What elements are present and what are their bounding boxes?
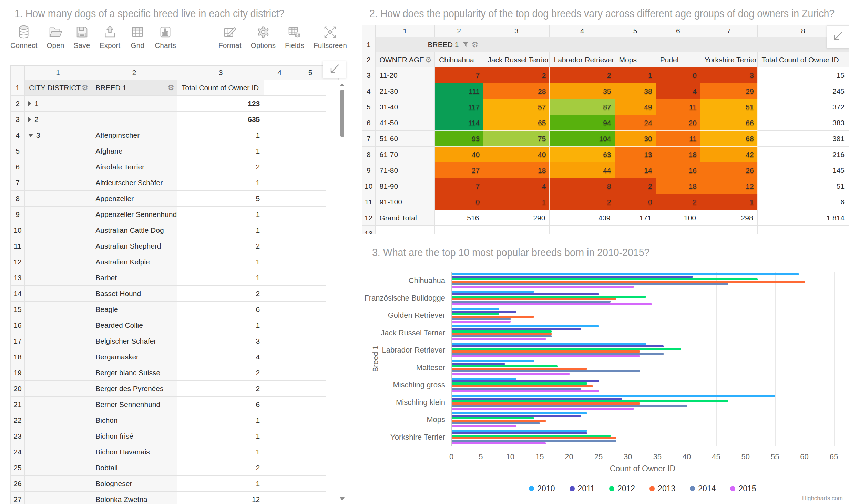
heatmap-cell[interactable]: 94: [550, 115, 615, 131]
breed-cell[interactable]: Bologneser: [91, 476, 177, 492]
bar-2015[interactable]: [452, 390, 599, 392]
breed-cell[interactable]: Bichon: [91, 412, 177, 428]
heatmap-cell[interactable]: 35: [550, 83, 615, 99]
bar-2012[interactable]: [452, 296, 646, 298]
district-cell[interactable]: 1: [25, 96, 91, 112]
district-cell[interactable]: [25, 302, 91, 317]
district-cell[interactable]: [25, 191, 91, 207]
bar-2012[interactable]: [452, 417, 534, 419]
heatmap-cell[interactable]: 20: [656, 115, 700, 131]
value-cell[interactable]: 1: [177, 412, 264, 428]
row-total-cell[interactable]: 51: [758, 178, 849, 194]
breed-cell[interactable]: Airedale Terrier: [91, 159, 177, 175]
age-group-label[interactable]: 31-40: [376, 99, 435, 115]
district-cell[interactable]: [25, 143, 91, 159]
district-cell[interactable]: [25, 286, 91, 302]
bar-2011[interactable]: [452, 415, 581, 417]
bar-2012[interactable]: [452, 400, 728, 402]
district-cell[interactable]: [25, 476, 91, 492]
value-cell[interactable]: 1: [177, 254, 264, 270]
heatmap-cell[interactable]: 26: [700, 162, 758, 178]
breed-cell[interactable]: Altdeutscher Schäfer: [91, 175, 177, 191]
district-cell[interactable]: [25, 175, 91, 191]
bar-2015[interactable]: [452, 425, 516, 427]
bar-2014[interactable]: [452, 301, 611, 303]
empty-cell[interactable]: [264, 143, 295, 159]
empty-cell[interactable]: [295, 112, 326, 127]
bar-2014[interactable]: [452, 335, 552, 337]
heatmap-cell[interactable]: 28: [483, 83, 550, 99]
bar-2012[interactable]: [452, 313, 499, 315]
heatmap-cell[interactable]: 40: [483, 147, 550, 162]
bar-2013[interactable]: [452, 281, 805, 283]
heatmap-cell[interactable]: 104: [550, 131, 615, 147]
breed-cell[interactable]: Bichon frisé: [91, 428, 177, 444]
value-cell[interactable]: 2: [177, 238, 264, 254]
legend-item-2015[interactable]: 2015: [730, 484, 756, 493]
empty-cell[interactable]: [295, 302, 326, 317]
heatmap-cell[interactable]: 66: [700, 115, 758, 131]
empty-cell[interactable]: [295, 381, 326, 397]
expand-row-icon[interactable]: [28, 117, 31, 122]
age-group-label[interactable]: 51-60: [376, 131, 435, 147]
empty-cell[interactable]: [264, 159, 295, 175]
heatmap-cell[interactable]: 290: [483, 210, 550, 226]
breed-cell[interactable]: Afghane: [91, 143, 177, 159]
highcharts-credits[interactable]: Highcharts.com: [802, 495, 843, 502]
empty-cell[interactable]: [264, 191, 295, 207]
breed-column-header[interactable]: Jack Russel Terrier: [483, 52, 550, 67]
breed-cell[interactable]: Appenzeller: [91, 191, 177, 207]
bar-2013[interactable]: [452, 298, 616, 300]
heatmap-cell[interactable]: 0: [435, 194, 483, 210]
toolbar-connect[interactable]: Connect: [10, 24, 37, 50]
bar-2015[interactable]: [452, 303, 652, 305]
row-total-cell[interactable]: 245: [758, 83, 849, 99]
value-cell[interactable]: 5: [177, 191, 264, 207]
value-cell[interactable]: 1: [177, 143, 264, 159]
value-cell[interactable]: 3: [177, 333, 264, 349]
breed-cell[interactable]: Bergamasker: [91, 349, 177, 365]
empty-cell[interactable]: [295, 317, 326, 333]
legend-item-2012[interactable]: 2012: [609, 484, 635, 493]
empty-cell[interactable]: [264, 317, 295, 333]
heatmap-cell[interactable]: 114: [435, 115, 483, 131]
heatmap-cell[interactable]: 13: [615, 147, 656, 162]
bar-2015[interactable]: [452, 338, 546, 340]
breed-cell[interactable]: Affenpinscher: [91, 127, 177, 143]
empty-cell[interactable]: [264, 476, 295, 492]
bar-2013[interactable]: [452, 437, 616, 439]
toolbar-charts[interactable]: Charts: [155, 24, 176, 50]
bar-2015[interactable]: [452, 373, 570, 375]
bar-2010[interactable]: [452, 378, 516, 380]
value-cell[interactable]: 1: [177, 175, 264, 191]
value-cell[interactable]: 4: [177, 349, 264, 365]
pivot-column-dimension[interactable]: BREED 1⚙: [376, 37, 849, 52]
heatmap-cell[interactable]: 2: [550, 194, 615, 210]
empty-cell[interactable]: [264, 175, 295, 191]
district-cell[interactable]: [25, 365, 91, 381]
bar-2012[interactable]: [452, 330, 552, 333]
empty-cell[interactable]: [295, 492, 326, 504]
empty-cell[interactable]: [264, 112, 295, 127]
empty-cell[interactable]: [264, 428, 295, 444]
empty-cell[interactable]: [295, 365, 326, 381]
empty-cell[interactable]: [264, 254, 295, 270]
empty-cell[interactable]: [264, 349, 295, 365]
empty-cell[interactable]: [264, 365, 295, 381]
breed-column-header[interactable]: Pudel: [656, 52, 700, 67]
empty-cell[interactable]: [264, 397, 295, 412]
heatmap-cell[interactable]: 2: [656, 194, 700, 210]
row-total-cell[interactable]: 381: [758, 131, 849, 147]
district-cell[interactable]: [25, 412, 91, 428]
collapse-row-icon[interactable]: [28, 134, 33, 137]
district-cell[interactable]: [25, 381, 91, 397]
bar-2011[interactable]: [452, 398, 622, 400]
bar-2011[interactable]: [452, 276, 693, 278]
breed-cell[interactable]: Berger blanc Suisse: [91, 365, 177, 381]
breed-cell[interactable]: Barbet: [91, 270, 177, 286]
bar-2010[interactable]: [452, 395, 775, 397]
value-cell[interactable]: 6: [177, 397, 264, 412]
age-group-label[interactable]: 81-90: [376, 178, 435, 194]
heatmap-cell[interactable]: 40: [435, 147, 483, 162]
bar-2013[interactable]: [452, 420, 546, 422]
